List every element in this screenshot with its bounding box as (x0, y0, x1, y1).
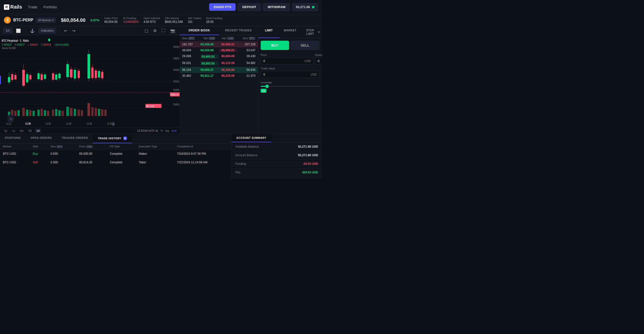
nav-portfolio[interactable]: Portfolio (43, 4, 57, 10)
fullscreen-icon[interactable]: ⛶ (160, 28, 167, 33)
price-quantity-row: Price USD Quantity BTC (261, 53, 320, 64)
period-1d[interactable]: 1d (35, 129, 41, 133)
settings-icon[interactable]: ⚙ (152, 28, 158, 33)
middle-row: 1m ⬜ ⚓ Indicators ↩ ↪ ▢ ⚙ ⛶ 📷 (0, 26, 322, 134)
svg-rect-24 (26, 74, 28, 82)
nav-trade[interactable]: Trade (28, 4, 38, 10)
svg-rect-66 (38, 110, 40, 116)
orderbook-row-5: 88.154 59,905.47 60,165.66 56.845 (180, 67, 258, 73)
svg-rect-79 (87, 103, 90, 116)
auto-label[interactable]: auto (172, 129, 177, 132)
svg-rect-46 (78, 71, 80, 78)
orderbook-row-4: 58.031 59,955.54 60,115.59 54.982 (180, 60, 258, 67)
log-label[interactable]: log (166, 129, 169, 132)
tab-trigger-orders[interactable]: TRIGGER ORDERS (57, 134, 93, 143)
price-field-row: USD (261, 57, 314, 64)
timeframe-button[interactable]: 1m (3, 28, 12, 33)
price-input[interactable] (263, 59, 304, 63)
tab-order-book[interactable]: ORDER BOOK (180, 26, 219, 35)
svg-rect-83 (101, 109, 103, 116)
ob-size-left-3: 29.089 (182, 54, 200, 59)
withdraw-button[interactable]: WITHDRAW (263, 3, 290, 11)
ob-bid-3: 59,995.52 (200, 54, 219, 59)
ob-bid-5: 59,905.47 (200, 68, 219, 72)
ob-header-ask: Ask USD (219, 37, 237, 40)
tab-stop-limit[interactable]: STOP LIMIT ▾ (301, 26, 322, 38)
ob-size-right-4: 54.982 (237, 61, 256, 66)
sell-button[interactable]: SELL (290, 41, 320, 50)
svg-rect-64 (29, 110, 32, 116)
tab-open-orders[interactable]: OPEN ORDERS (26, 134, 57, 143)
buy-button[interactable]: BUY (261, 41, 289, 50)
svg-text:Volume  40.238K: Volume 40.238K (2, 47, 16, 49)
undo-icon[interactable]: ↩ (62, 28, 69, 33)
period-5d[interactable]: 5d (27, 129, 33, 133)
as-row-account: Account Balance 50,271.86 USD (232, 151, 322, 160)
svg-point-97 (113, 124, 114, 125)
svg-text:L: L (28, 43, 29, 46)
svg-rect-34 (52, 73, 54, 80)
market-selector[interactable]: All Markets ▾ (36, 18, 56, 23)
leverage-thumb[interactable] (265, 85, 269, 88)
th-col-size: Size BTC (48, 143, 76, 150)
tab-account-summary[interactable]: ACCOUNT SUMMARY (232, 134, 271, 142)
ob-size-left-4: 58.031 (182, 61, 200, 66)
pts-button[interactable]: 294500 PTS (209, 3, 236, 11)
tab-positions[interactable]: POSITIONS (0, 134, 26, 143)
trade-value-input[interactable] (263, 73, 311, 76)
price-field: Price USD (261, 53, 314, 64)
full-body: 1m ⬜ ⚓ Indicators ↩ ↪ ▢ ⚙ ⛶ 📷 (0, 26, 322, 179)
svg-text:H: H (14, 43, 16, 46)
redo-icon[interactable]: ↪ (71, 28, 77, 33)
indicators-icon[interactable]: ⚓ (28, 28, 36, 33)
period-5y[interactable]: 5y (3, 129, 9, 133)
tab-limit[interactable]: LIMIT (258, 26, 280, 38)
tab-recent-trades[interactable]: RECENT TRADES (219, 26, 258, 35)
svg-text:59463.34: 59463.34 (170, 93, 179, 96)
svg-text:C: C (41, 43, 42, 46)
svg-rect-18 (11, 74, 13, 80)
deposit-button[interactable]: DEPOSIT (238, 3, 261, 11)
leverage-slider[interactable] (261, 86, 320, 87)
th-col-fill: Fill Type (107, 143, 136, 150)
svg-rect-68 (44, 110, 46, 116)
market-bar: ₿ BTC-PERP All Markets ▾ $60,054.00 0.97… (0, 14, 322, 26)
current-price: $60,054.00 (61, 17, 86, 23)
svg-rect-54 (98, 71, 100, 77)
svg-text:BTC Perpetual · 1 · Rails: BTC Perpetual · 1 · Rails (2, 39, 29, 42)
tab-trade-history[interactable]: TRADE HISTORY 4 (93, 134, 132, 143)
orderbook-row-1: 191.787 60,048.00 60,060.01 207.229 (180, 41, 258, 47)
quantity-input[interactable] (318, 59, 322, 63)
chart-canvas: 59640.00 59600.00 59560.00 59520.00 5948… (0, 35, 180, 127)
svg-rect-16 (8, 77, 10, 82)
svg-text:11:35: 11:35 (46, 122, 51, 125)
chart-type-icon[interactable]: ⬜ (14, 28, 22, 33)
svg-rect-48 (87, 54, 90, 78)
as-value-pnl: 425.63 USD (302, 171, 318, 174)
td-side-1: Buy (30, 150, 48, 158)
logo-text: Rails (10, 4, 22, 10)
th-col-market: Market (0, 143, 30, 150)
svg-rect-52 (95, 70, 97, 78)
ob-size-left-6: 30.482 (182, 74, 200, 77)
svg-text:59560.00: 59560.00 (173, 68, 180, 71)
td-market-1: BTC-USD (0, 150, 30, 158)
svg-rect-28 (38, 73, 40, 79)
td-fill-1: Complete (107, 150, 136, 158)
period-3m[interactable]: 3m (18, 129, 25, 133)
svg-rect-32 (44, 74, 46, 79)
header: R Rails Trade Portfolio 294500 PTS DEPOS… (0, 0, 322, 14)
svg-rect-42 (70, 69, 72, 77)
tab-market[interactable]: MARKET (280, 26, 301, 38)
as-label-funding: Funding (235, 162, 246, 166)
as-row-available: Available Balance 50,271.86 USD (232, 142, 322, 151)
period-1y[interactable]: 1y (11, 129, 17, 133)
svg-rect-62 (22, 108, 25, 116)
camera-icon[interactable]: 📷 (169, 28, 177, 33)
td-size-2: 0.500 (48, 158, 76, 167)
orderbook-row-2: 49.004 60,038.99 60,069.01 53.047 (180, 47, 258, 53)
indicators-button[interactable]: Indicators (38, 28, 56, 33)
box-icon[interactable]: ▢ (143, 28, 150, 33)
svg-text:O: O (2, 43, 3, 46)
volume-stat: 24h Volume $945,051,548 (165, 17, 183, 23)
